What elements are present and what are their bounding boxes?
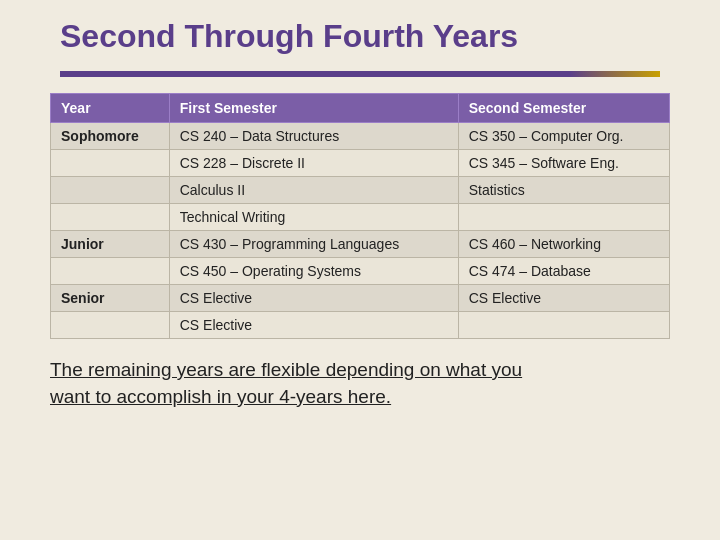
cell-second-semester [458,312,669,339]
page: Second Through Fourth Years Year First S… [0,0,720,540]
cell-second-semester: CS 345 – Software Eng. [458,150,669,177]
title-section: Second Through Fourth Years [0,0,720,65]
table-header-row: Year First Semester Second Semester [51,94,670,123]
table-row: Technical Writing [51,204,670,231]
cell-second-semester: CS 460 – Networking [458,231,669,258]
cell-first-semester: CS 240 – Data Structures [169,123,458,150]
cell-second-semester: CS 474 – Database [458,258,669,285]
cell-year [51,258,170,285]
course-table: Year First Semester Second Semester Soph… [50,93,670,339]
table-row: Calculus IIStatistics [51,177,670,204]
table-row: SophomoreCS 240 – Data StructuresCS 350 … [51,123,670,150]
cell-year: Senior [51,285,170,312]
cell-second-semester: CS 350 – Computer Org. [458,123,669,150]
cell-year [51,204,170,231]
cell-first-semester: CS Elective [169,312,458,339]
table-row: CS 228 – Discrete IICS 345 – Software En… [51,150,670,177]
col-second-semester: Second Semester [458,94,669,123]
table-row: CS 450 – Operating SystemsCS 474 – Datab… [51,258,670,285]
table-row: CS Elective [51,312,670,339]
footer-text: The remaining years are flexible dependi… [50,357,670,410]
cell-year: Junior [51,231,170,258]
cell-year [51,150,170,177]
cell-second-semester [458,204,669,231]
divider-bar [60,71,660,77]
cell-year [51,312,170,339]
col-year: Year [51,94,170,123]
cell-second-semester: CS Elective [458,285,669,312]
col-first-semester: First Semester [169,94,458,123]
table-row: SeniorCS ElectiveCS Elective [51,285,670,312]
table-container: Year First Semester Second Semester Soph… [50,93,670,339]
cell-first-semester: Calculus II [169,177,458,204]
cell-first-semester: Technical Writing [169,204,458,231]
cell-second-semester: Statistics [458,177,669,204]
cell-year: Sophomore [51,123,170,150]
cell-first-semester: CS 430 – Programming Languages [169,231,458,258]
page-title: Second Through Fourth Years [60,18,660,55]
cell-first-semester: CS Elective [169,285,458,312]
cell-year [51,177,170,204]
table-row: JuniorCS 430 – Programming LanguagesCS 4… [51,231,670,258]
cell-first-semester: CS 450 – Operating Systems [169,258,458,285]
cell-first-semester: CS 228 – Discrete II [169,150,458,177]
